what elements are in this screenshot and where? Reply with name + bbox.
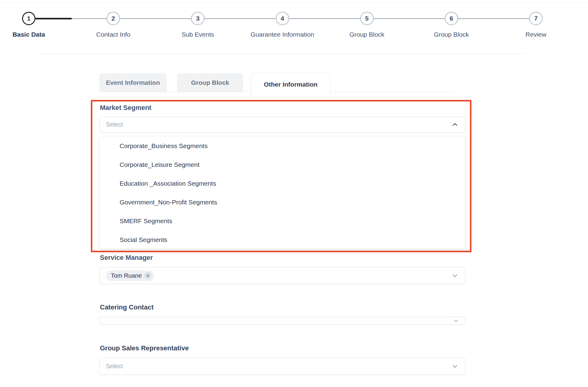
step-label-7: Review bbox=[526, 31, 547, 38]
chevron-down-icon[interactable] bbox=[452, 273, 458, 279]
dropdown-option[interactable]: Corporate_Leisure Segment bbox=[100, 155, 465, 174]
stepper-connector bbox=[458, 18, 529, 19]
dropdown-option[interactable]: Corporate_Business Segments bbox=[100, 137, 465, 155]
remove-tag-icon[interactable]: ✕ bbox=[144, 272, 151, 279]
dropdown-option[interactable]: Government_Non-Profit Segments bbox=[100, 193, 465, 212]
step-circle-4[interactable]: 4 bbox=[276, 12, 289, 25]
step-label-4: Guarantee Information bbox=[250, 31, 314, 38]
dropdown-option[interactable]: Social Segments bbox=[100, 230, 465, 249]
catering-contact-label: Catering Contact bbox=[100, 303, 154, 311]
tab-event-information[interactable]: Event Information bbox=[99, 73, 167, 92]
stepper-divider bbox=[38, 54, 525, 54]
step-label-3: Sub Events bbox=[182, 31, 214, 38]
group-sales-representative-select[interactable]: Select bbox=[99, 357, 465, 375]
service-manager-select[interactable]: Tom Ruane ✕ bbox=[99, 267, 465, 284]
service-manager-label: Service Manager bbox=[100, 254, 153, 262]
group-sales-representative-label: Group Sales Representative bbox=[100, 344, 189, 352]
selected-tag: Tom Ruane ✕ bbox=[106, 270, 154, 281]
step-label-5: Group Block bbox=[349, 31, 385, 38]
step-circle-3[interactable]: 3 bbox=[191, 12, 204, 25]
chevron-up-icon[interactable] bbox=[452, 122, 458, 127]
dropdown-option[interactable]: Education _Association Segments bbox=[100, 174, 465, 193]
stepper-connector bbox=[204, 18, 276, 19]
step-circle-7[interactable]: 7 bbox=[529, 12, 543, 25]
catering-contact-select[interactable] bbox=[99, 317, 465, 325]
step-label-6: Group Block bbox=[434, 31, 469, 38]
market-segment-placeholder: Select bbox=[106, 121, 123, 128]
step-label-1: Basic Data bbox=[12, 31, 45, 38]
stepper-progress-line bbox=[35, 18, 72, 19]
page-top-divider bbox=[0, 2, 588, 3]
step-label-2: Contact Info bbox=[96, 31, 130, 38]
dropdown-option[interactable]: SMERF Segments bbox=[100, 212, 465, 230]
step-circle-2[interactable]: 2 bbox=[107, 12, 120, 25]
chevron-down-icon[interactable] bbox=[452, 363, 458, 369]
step-circle-1[interactable]: 1 bbox=[22, 12, 35, 25]
market-segment-label: Market Segment bbox=[100, 104, 151, 112]
step-circle-6[interactable]: 6 bbox=[445, 12, 458, 25]
chevron-down-icon[interactable] bbox=[454, 318, 458, 323]
step-circle-5[interactable]: 5 bbox=[360, 12, 374, 25]
stepper-connector bbox=[120, 18, 191, 19]
stepper-connector bbox=[374, 18, 445, 19]
stepper-connector bbox=[289, 18, 360, 19]
selected-tag-text: Tom Ruane bbox=[111, 272, 142, 279]
market-segment-select[interactable]: Select bbox=[99, 117, 465, 133]
group-sales-representative-placeholder: Select bbox=[106, 363, 123, 370]
tab-group-block[interactable]: Group Block bbox=[177, 73, 243, 92]
tab-other-information[interactable]: Other Information bbox=[251, 73, 330, 96]
market-segment-dropdown: Corporate_Business SegmentsCorporate_Lei… bbox=[99, 136, 465, 249]
page: { "stepper": { "steps": [ {"num": "1", "… bbox=[0, 0, 588, 387]
